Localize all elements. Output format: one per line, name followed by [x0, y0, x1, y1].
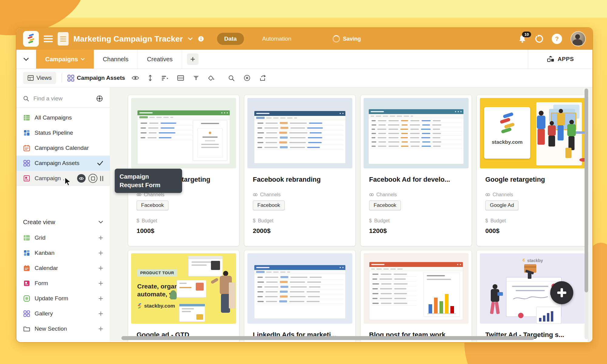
calendar-view-icon [23, 265, 30, 272]
channel-tag[interactable]: Facebook [253, 201, 285, 210]
share-icon[interactable] [259, 75, 267, 81]
plus-icon[interactable] [98, 326, 103, 331]
notifications-button[interactable]: 10 [518, 35, 526, 43]
record-review-icon[interactable] [244, 75, 250, 81]
gallery-card[interactable]: Facebook Ad for develo... Channels Faceb… [360, 95, 472, 246]
create-update-form-view[interactable]: Update Form [16, 291, 110, 306]
sidebar-view-campaigns-calendar[interactable]: Campaigns Calendar [16, 140, 110, 156]
create-view-header[interactable]: Create view [16, 214, 110, 230]
sidebar-view-status-pipeline[interactable]: Status Pipeline [16, 125, 110, 140]
budget-value: 1200$ [369, 227, 463, 234]
help-button[interactable]: ? [552, 34, 562, 44]
create-form-view[interactable]: Form [16, 276, 110, 291]
create-calendar-view[interactable]: Calendar [16, 261, 110, 276]
history-icon[interactable] [535, 35, 543, 43]
search-icon[interactable] [228, 75, 235, 81]
chevron-down-icon[interactable] [188, 37, 193, 40]
form-view-icon [23, 175, 30, 182]
vertical-scrollbar[interactable] [585, 89, 588, 292]
search-icon [23, 96, 29, 102]
views-button[interactable]: Views [23, 72, 56, 84]
add-record-plus-button[interactable] [550, 281, 573, 304]
hamburger-menu-icon[interactable] [44, 35, 53, 42]
row-height-icon[interactable] [177, 75, 184, 81]
tab-creatives[interactable]: Creatives [138, 50, 182, 69]
horizontal-scrollbar[interactable] [121, 336, 534, 340]
info-icon[interactable] [198, 35, 204, 42]
sort-updown-icon[interactable] [148, 75, 152, 81]
automation-mode-button[interactable]: Automation [262, 35, 291, 42]
gallery-card[interactable]: stackby [476, 250, 588, 342]
currency-icon: $ [485, 218, 488, 224]
channel-tag[interactable]: Google Ad [485, 201, 518, 210]
hide-fields-eye-icon[interactable] [132, 76, 139, 80]
create-gallery-view[interactable]: Gallery [16, 306, 110, 321]
currency-icon: $ [369, 218, 372, 224]
stack-document-icon[interactable] [58, 32, 69, 46]
table-tab-bar: Campaigns Channels Creatives APPS [16, 50, 592, 69]
gallery-card[interactable]: Blog post for team work [360, 250, 472, 342]
plus-icon[interactable] [98, 296, 103, 301]
card-thumbnail [247, 253, 352, 324]
calendar-view-icon [23, 144, 30, 152]
sidebar-view-campaign-request-form[interactable]: Campaign Req... [16, 171, 110, 186]
card-title: Facebook Ad for develo... [369, 176, 463, 184]
plus-icon[interactable] [98, 266, 103, 271]
tab-channels[interactable]: Channels [94, 50, 138, 69]
channels-field-label: Channels [485, 192, 579, 197]
apps-button[interactable]: APPS [528, 50, 592, 69]
group-sort-icon[interactable] [161, 75, 168, 81]
notification-count-badge: 10 [522, 32, 531, 37]
budget-field-label: $ Budget [369, 218, 463, 224]
tables-dropdown-button[interactable] [16, 50, 36, 69]
card-thumbnail [364, 98, 469, 168]
drag-handle-icon[interactable] [100, 176, 103, 181]
plus-icon[interactable] [98, 235, 103, 240]
create-new-section[interactable]: New Section [16, 321, 110, 336]
link-icon [485, 193, 490, 196]
link-icon [137, 193, 141, 196]
gallery-view-icon [23, 160, 30, 167]
apps-icon [547, 56, 554, 63]
create-kanban-view[interactable]: Kanban [16, 245, 110, 261]
product-tour-brand-text: stackby.com [144, 303, 175, 309]
plus-icon[interactable] [98, 311, 103, 316]
plus-icon[interactable] [98, 281, 103, 286]
sidebar-view-all-campaigns[interactable]: All Campaigns [16, 110, 110, 125]
gallery-card[interactable]: LinkedIn Ads for marketi... [244, 250, 356, 342]
saving-status: Saving [333, 35, 361, 42]
chevron-down-icon [98, 221, 103, 224]
user-avatar[interactable] [571, 31, 586, 46]
form-preview-eye-icon[interactable] [77, 174, 86, 183]
channels-field-label: Channels [369, 192, 463, 197]
stack-title[interactable]: Marketing Campaign Tracker [73, 34, 183, 44]
data-mode-button[interactable]: Data [217, 33, 244, 45]
view-tooltip: Campaign Request Form [115, 169, 182, 193]
saving-spinner-icon [333, 35, 340, 42]
gallery-view-icon [23, 310, 30, 317]
filter-icon[interactable] [193, 76, 199, 80]
gallery-card[interactable]: Facebook rebranding Channels Facebook $ … [244, 95, 356, 246]
stackby-logo[interactable] [23, 31, 39, 47]
kanban-view-icon [23, 129, 30, 136]
grid-view-icon [23, 114, 30, 121]
current-view-name[interactable]: Campaign Assets [77, 75, 125, 81]
gallery-card[interactable]: stackby.com [476, 95, 588, 246]
find-view-input[interactable] [33, 95, 92, 102]
color-fill-icon[interactable] [208, 75, 215, 81]
plus-icon[interactable] [98, 251, 103, 255]
budget-field-label: $ Budget [253, 218, 347, 224]
stackby-brand-text: stackby.com [484, 139, 530, 145]
tab-campaigns[interactable]: Campaigns [36, 50, 94, 69]
card-title: Google retargeting [485, 176, 579, 184]
create-grid-view[interactable]: Grid [16, 230, 110, 245]
channel-tag[interactable]: Facebook [137, 201, 168, 210]
view-settings-gear-icon[interactable] [96, 95, 103, 102]
sidebar-view-campaign-assets[interactable]: Campaign Assets [16, 156, 110, 171]
link-icon [369, 193, 374, 196]
open-form-icon[interactable] [88, 174, 97, 183]
currency-icon: $ [137, 218, 139, 224]
add-table-button[interactable] [187, 53, 198, 65]
channel-tag[interactable]: Facebook [369, 201, 401, 210]
gallery-card[interactable]: PRODUCT TOUR Create, organise & automate… [128, 250, 239, 342]
